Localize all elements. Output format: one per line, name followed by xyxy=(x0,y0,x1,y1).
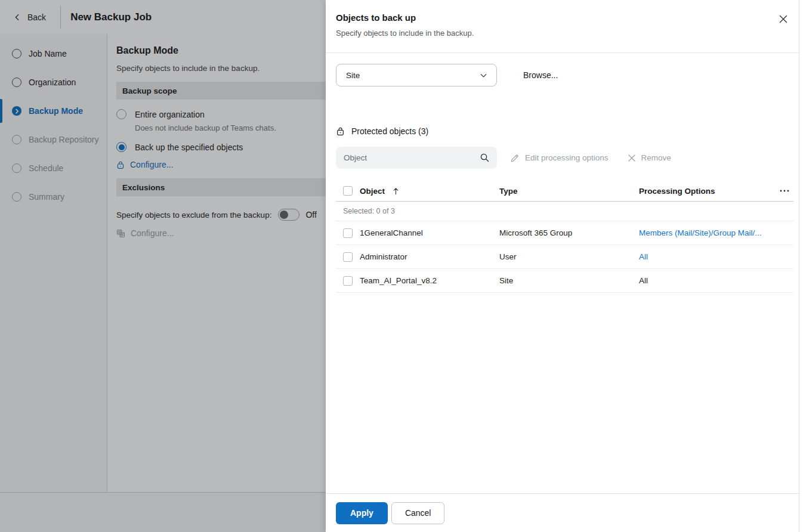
x-icon xyxy=(628,154,636,162)
table-header-row: Object Type Processing Options xyxy=(336,181,793,202)
pencil-icon xyxy=(510,153,520,163)
object-name-cell: 1GeneralChannel xyxy=(360,228,499,237)
browse-button[interactable]: Browse... xyxy=(523,70,558,80)
search-icon xyxy=(480,153,490,163)
panel-title: Objects to back up xyxy=(336,13,789,23)
modal-dim-overlay xyxy=(0,0,326,532)
table-row[interactable]: 1GeneralChannel Microsoft 365 Group Memb… xyxy=(336,221,793,245)
panel-header: Objects to back up Specify objects to in… xyxy=(326,0,803,53)
search-input[interactable] xyxy=(344,153,480,162)
protected-objects-header: Protected objects (3) xyxy=(336,126,793,136)
processing-options-value: All xyxy=(639,276,776,285)
object-type-select[interactable]: Site xyxy=(336,64,497,86)
column-header-type[interactable]: Type xyxy=(499,187,639,196)
cancel-button[interactable]: Cancel xyxy=(391,502,445,524)
scrollbar-track[interactable] xyxy=(799,0,803,532)
column-header-processing-options[interactable]: Processing Options xyxy=(639,187,776,196)
object-type-row: Site Browse... xyxy=(336,64,793,86)
select-all-checkbox[interactable] xyxy=(343,186,353,196)
objects-toolbar: Edit processing options Remove xyxy=(336,147,793,169)
table-row[interactable]: Team_AI_Portal_v8.2 Site All xyxy=(336,269,793,293)
object-type-value: Site xyxy=(346,71,360,80)
chevron-down-icon xyxy=(479,71,488,80)
column-header-object[interactable]: Object xyxy=(360,187,385,196)
row-checkbox[interactable] xyxy=(343,228,353,238)
object-type-cell: Site xyxy=(499,276,639,285)
remove-button[interactable]: Remove xyxy=(628,153,671,162)
row-checkbox[interactable] xyxy=(343,252,353,262)
objects-to-backup-panel: Objects to back up Specify objects to in… xyxy=(326,0,803,532)
edit-processing-options-label: Edit processing options xyxy=(525,153,609,162)
processing-options-link[interactable]: All xyxy=(639,252,776,261)
panel-footer: Apply Cancel xyxy=(326,493,803,532)
edit-processing-options-button[interactable]: Edit processing options xyxy=(510,153,609,163)
column-settings-icon[interactable] xyxy=(779,189,790,193)
panel-subtitle: Specify objects to include in the backup… xyxy=(336,29,789,38)
apply-button[interactable]: Apply xyxy=(336,502,388,524)
app-window: Back New Backup Job Job Name Organizatio… xyxy=(0,0,803,532)
object-name-cell: Administrator xyxy=(360,252,499,261)
object-name-cell: Team_AI_Portal_v8.2 xyxy=(360,276,499,285)
selection-summary: Selected: 0 of 3 xyxy=(336,202,793,221)
object-type-cell: User xyxy=(499,252,639,261)
close-icon[interactable] xyxy=(778,14,789,24)
object-type-cell: Microsoft 365 Group xyxy=(499,228,639,237)
remove-label: Remove xyxy=(641,153,671,162)
row-checkbox[interactable] xyxy=(343,276,353,286)
table-row[interactable]: Administrator User All xyxy=(336,245,793,269)
lock-icon xyxy=(336,126,345,136)
protected-objects-label: Protected objects (3) xyxy=(351,126,428,136)
processing-options-link[interactable]: Members (Mail/Site)/Group Mail/... xyxy=(639,228,776,237)
object-search-box[interactable] xyxy=(336,147,497,169)
sort-ascending-icon[interactable] xyxy=(392,187,400,196)
